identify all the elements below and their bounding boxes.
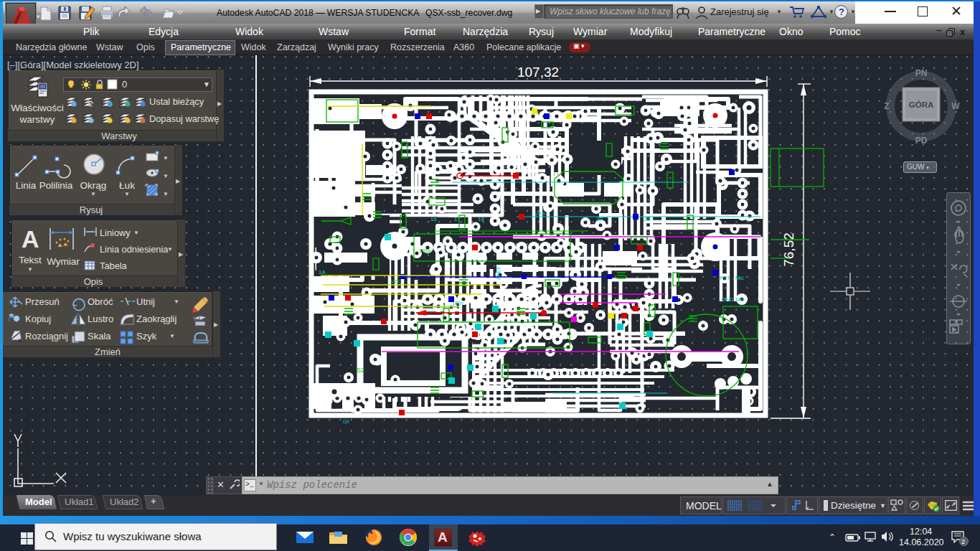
svg-text:18: 18 (478, 216, 484, 222)
svg-text:16: 16 (430, 216, 437, 222)
svg-text:Gt: Gt (343, 418, 349, 425)
svg-text:GND Mic: GND Mic (721, 296, 744, 303)
svg-text:GÓRA: GÓRA (909, 100, 934, 109)
svg-text:PD: PD (915, 136, 928, 146)
svg-text:17: 17 (454, 216, 461, 222)
svg-text:76,52: 76,52 (781, 232, 796, 267)
svg-text:107,32: 107,32 (517, 65, 559, 80)
svg-text:1A: 1A (319, 269, 326, 276)
svg-text:PN: PN (915, 68, 928, 78)
svg-text:AREF: AREF (496, 266, 501, 280)
svg-text:W: W (951, 101, 960, 111)
svg-text:VCC: VCC (391, 279, 402, 284)
svg-text:100u: 100u (419, 248, 432, 254)
svg-text:S2: S2 (357, 367, 364, 374)
svg-text:100n: 100n (534, 211, 546, 216)
svg-text:PTT . Mic: PTT . Mic (720, 275, 744, 281)
svg-text:Z: Z (884, 101, 889, 111)
